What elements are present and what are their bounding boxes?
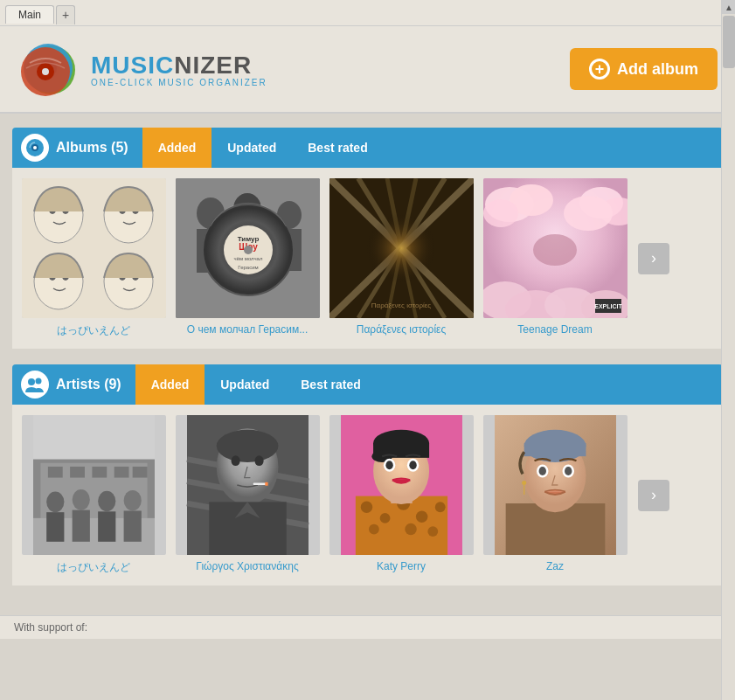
svg-point-110 (415, 510, 426, 522)
svg-point-40 (244, 246, 253, 254)
svg-rect-82 (132, 467, 147, 478)
svg-point-133 (565, 467, 572, 475)
logo-title: MUSICNIZER (91, 52, 267, 80)
album-name: はっぴいえんど (53, 323, 134, 338)
artists-section-title: Artists (9) (56, 377, 121, 392)
album-name: Teenage Dream (514, 323, 595, 336)
artist-thumb (329, 415, 474, 555)
artists-nav-arrow[interactable]: › (634, 415, 673, 575)
albums-next-arrow: › (638, 243, 669, 274)
main-tab[interactable]: Main (5, 5, 54, 24)
album-thumb (22, 178, 166, 318)
svg-point-63 (564, 196, 613, 231)
artists-tab-updated[interactable]: Updated (205, 364, 285, 405)
logo-sub-pre: ONE-CLICK (91, 78, 158, 87)
logo-nizer: NIZER (174, 52, 252, 79)
svg-point-55 (366, 213, 436, 283)
svg-point-8 (42, 68, 49, 75)
scroll-up-arrow[interactable]: ▲ (722, 0, 735, 14)
svg-point-86 (72, 489, 89, 510)
artists-tabs: Added Updated Best rated (135, 364, 377, 405)
svg-point-60 (483, 199, 518, 227)
album-card[interactable]: EXPLICIT Teenage Dream (481, 178, 629, 338)
artist-card[interactable]: Katy Perry (327, 415, 475, 575)
albums-tab-updated[interactable]: Updated (211, 128, 292, 168)
footer: With support of: (0, 615, 735, 639)
header: MUSICNIZER ONE-CLICK MUSIC ORGANIZER + A… (0, 26, 735, 114)
artists-icon (21, 371, 49, 399)
svg-rect-79 (70, 467, 85, 478)
album-thumb: EXPLICIT (483, 178, 628, 318)
svg-text:Παράξενες ιστορίες: Παράξενες ιστορίες (371, 301, 430, 309)
artists-section: Artists (9) Added Updated Best rated (12, 364, 723, 586)
add-album-label: Add album (617, 60, 698, 79)
svg-point-71 (28, 378, 35, 385)
svg-rect-91 (123, 510, 141, 541)
svg-text:EXPLICIT: EXPLICIT (594, 303, 622, 309)
add-album-button[interactable]: + Add album (570, 48, 718, 90)
album-thumb: Παράξενες ιστορίες (329, 178, 474, 318)
svg-point-134 (522, 481, 526, 485)
album-name: Παράξενες ιστορίες (353, 323, 450, 336)
artist-name: Zaz (543, 560, 567, 572)
svg-text:Герасим: Герасим (238, 265, 258, 270)
svg-point-99 (231, 455, 239, 466)
albums-nav-arrow[interactable]: › (634, 178, 673, 338)
disc-logo (17, 38, 79, 100)
albums-tabs: Added Updated Best rated (142, 128, 384, 168)
svg-rect-80 (92, 467, 107, 478)
add-tab-button[interactable]: + (56, 5, 75, 24)
logo-sub: ONE-CLICK MUSIC ORGANIZER (91, 78, 267, 87)
artist-name: Katy Perry (373, 560, 429, 572)
logo-text: MUSICNIZER ONE-CLICK MUSIC ORGANIZER (91, 52, 267, 87)
album-thumb: Тимур Шоу чём молчал Герасим (176, 178, 320, 318)
svg-rect-85 (46, 512, 64, 542)
scrollbar-thumb[interactable] (723, 16, 735, 68)
svg-point-111 (434, 502, 445, 512)
album-card[interactable]: はっぴいえんど (19, 178, 168, 338)
footer-text: With support of: (14, 621, 87, 634)
svg-point-72 (36, 378, 42, 385)
artist-card[interactable]: Γιώργος Χριστιανάκης (173, 415, 322, 575)
svg-point-68 (533, 234, 577, 266)
svg-point-98 (216, 430, 278, 462)
artists-next-arrow: › (638, 480, 669, 511)
albums-section: Albums (5) Added Updated Best rated (12, 128, 723, 349)
artist-card[interactable]: はっぴいえんど (19, 415, 168, 575)
album-card[interactable]: Παράξενες ιστορίες Παράξενες ιστορίες (327, 178, 475, 338)
artist-card[interactable]: Zaz (481, 415, 629, 575)
artists-section-header: Artists (9) Added Updated Best rated (12, 364, 723, 405)
artist-name: はっぴいえんど (53, 560, 134, 575)
svg-text:чём молчал: чём молчал (233, 256, 262, 261)
artist-thumb (22, 415, 166, 555)
main-content: Albums (5) Added Updated Best rated (0, 114, 735, 615)
artists-grid: はっぴいえんど (12, 405, 723, 586)
albums-tab-best-rated[interactable]: Best rated (292, 128, 383, 168)
albums-grid: はっぴいえんど (12, 168, 723, 349)
logo-sub-accent: MUSIC (158, 78, 195, 87)
tab-bar: Main + (0, 0, 735, 26)
artists-tab-best-rated[interactable]: Best rated (285, 364, 376, 405)
svg-point-88 (98, 491, 115, 512)
svg-point-100 (254, 455, 263, 466)
album-card[interactable]: Тимур Шоу чём молчал Герасим О чем молча… (173, 178, 322, 338)
artist-thumb (483, 415, 628, 555)
logo-sub-post: ORGANIZER (195, 78, 267, 87)
svg-point-112 (369, 524, 379, 535)
svg-point-84 (46, 492, 64, 513)
artist-name: Γιώργος Χριστιανάκης (192, 560, 302, 572)
logo-music: MUSIC (91, 52, 174, 79)
svg-rect-89 (98, 511, 115, 542)
svg-point-122 (385, 461, 392, 469)
artists-tab-added[interactable]: Added (135, 364, 205, 405)
svg-point-114 (427, 526, 438, 537)
album-name: О чем молчал Герасим... (184, 323, 312, 336)
svg-rect-78 (47, 467, 62, 478)
svg-point-123 (409, 461, 416, 469)
svg-point-132 (538, 467, 545, 475)
svg-point-90 (123, 490, 141, 511)
svg-point-11 (33, 146, 37, 149)
svg-rect-87 (72, 510, 89, 542)
albums-tab-added[interactable]: Added (142, 128, 212, 168)
albums-section-title: Albums (5) (56, 140, 128, 156)
